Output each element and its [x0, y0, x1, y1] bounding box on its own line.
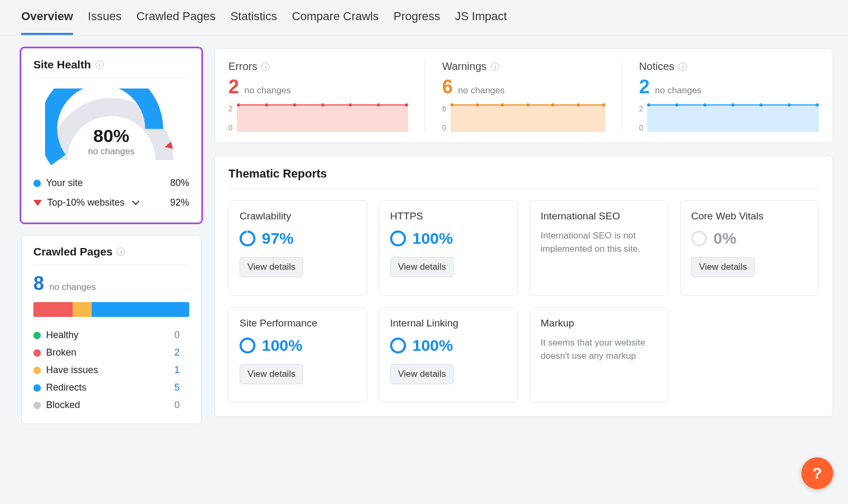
- report-note: International SEO is not implemented on …: [541, 229, 657, 255]
- axis-label: 0: [442, 123, 446, 132]
- svg-point-10: [391, 339, 405, 352]
- crawled-row-label: Blocked: [46, 400, 80, 411]
- report-pct-row: 97%: [240, 229, 356, 247]
- info-icon[interactable]: i: [117, 247, 125, 256]
- report-percent: 100%: [412, 229, 453, 247]
- report-title: Core Web Vitals: [691, 210, 808, 222]
- tab-statistics[interactable]: Statistics: [231, 10, 277, 35]
- view-details-button[interactable]: View details: [240, 257, 303, 277]
- report-note: It seems that your website doesn't use a…: [541, 337, 657, 362]
- crawled-pages-card: Crawled Pages i 8 no changes Healthy0Bro…: [21, 235, 201, 424]
- tab-compare-crawls[interactable]: Compare Crawls: [292, 10, 379, 35]
- info-icon[interactable]: i: [95, 60, 104, 69]
- dot-icon: [33, 180, 41, 187]
- crawled-row-value[interactable]: 2: [174, 347, 189, 358]
- tab-issues[interactable]: Issues: [88, 10, 122, 35]
- site-health-gauge: 80% no changes: [45, 89, 178, 168]
- crawled-row-label: Healthy: [46, 330, 78, 341]
- view-details-button[interactable]: View details: [390, 364, 454, 384]
- info-icon[interactable]: i: [678, 63, 687, 71]
- tab-crawled-pages[interactable]: Crawled Pages: [136, 10, 215, 35]
- view-details-button[interactable]: View details: [240, 364, 303, 384]
- report-title: Crawlability: [240, 210, 356, 222]
- svg-point-2: [241, 232, 254, 245]
- axis-label: 0: [639, 123, 643, 132]
- crawled-row-value[interactable]: 5: [174, 382, 189, 393]
- crawled-row-value: 0: [174, 330, 189, 341]
- crawled-row-value[interactable]: 1: [174, 365, 189, 376]
- crawled-row[interactable]: Broken2: [33, 344, 189, 361]
- bar-segment: [92, 302, 189, 317]
- dot-icon: [33, 367, 41, 374]
- crawled-row-label: Have issues: [46, 365, 98, 376]
- metric-sub: no changes: [458, 85, 505, 96]
- crawled-pages-bar: [33, 302, 189, 317]
- crawled-row-label: Redirects: [46, 382, 86, 393]
- crawled-row[interactable]: Have issues1: [33, 361, 189, 379]
- view-details-button[interactable]: View details: [691, 257, 755, 277]
- metrics-card: Errorsi 2no changes 20 Warningsi 6no cha…: [214, 48, 833, 143]
- tab-js-impact[interactable]: JS Impact: [455, 10, 507, 35]
- legend-label: Top-10% websites: [47, 197, 125, 208]
- info-icon[interactable]: i: [491, 63, 499, 71]
- report-title: International SEO: [541, 210, 657, 222]
- chevron-down-icon: [132, 197, 139, 205]
- svg-point-4: [391, 232, 405, 245]
- crawled-pages-sub: no changes: [49, 282, 96, 293]
- dot-icon: [33, 384, 41, 392]
- crawled-pages-total[interactable]: 8: [33, 272, 44, 295]
- tab-progress[interactable]: Progress: [393, 10, 440, 35]
- report-core-web-vitals: Core Web Vitals0%View details: [680, 200, 819, 296]
- report-pct-row: 100%: [390, 229, 507, 247]
- sparkline: [450, 104, 605, 132]
- site-health-card: Site Health i 80% no changes: [21, 48, 201, 223]
- report-international-seo: International SEOInternational SEO is no…: [529, 200, 668, 296]
- report-percent: 0%: [713, 229, 736, 247]
- metric-value[interactable]: 2: [639, 76, 650, 98]
- axis-label: 0: [228, 123, 233, 132]
- metric-value[interactable]: 2: [228, 76, 239, 98]
- site-health-percent: 80%: [45, 126, 178, 146]
- bar-segment: [73, 302, 92, 317]
- report-pct-row: 100%: [240, 337, 356, 355]
- triangle-down-icon: [33, 200, 42, 206]
- crawled-row-value: 0: [174, 400, 189, 411]
- tab-overview[interactable]: Overview: [21, 10, 73, 35]
- dot-icon: [33, 349, 41, 357]
- metric-warnings: Warningsi 6no changes 60: [425, 60, 622, 132]
- sparkline: [647, 104, 819, 132]
- crawled-row[interactable]: Blocked0: [33, 396, 189, 414]
- dot-icon: [33, 332, 41, 339]
- crawled-row[interactable]: Redirects5: [33, 379, 189, 396]
- svg-point-5: [692, 232, 706, 245]
- report-pct-row: 0%: [691, 229, 808, 247]
- metric-title[interactable]: Notices: [639, 60, 675, 73]
- metric-title[interactable]: Warnings: [442, 60, 487, 73]
- axis-label: 2: [639, 104, 643, 113]
- metric-title[interactable]: Errors: [228, 60, 257, 73]
- legend-label: Your site: [46, 178, 83, 189]
- report-title: Markup: [541, 317, 657, 329]
- crawled-row[interactable]: Healthy0: [33, 326, 189, 344]
- report-percent: 100%: [262, 337, 303, 355]
- tabs: OverviewIssuesCrawled PagesStatisticsCom…: [0, 0, 848, 36]
- metric-value[interactable]: 6: [442, 76, 453, 98]
- legend-your-site: Your site 80%: [33, 173, 189, 193]
- axis-label: 6: [442, 104, 446, 113]
- report-percent: 100%: [412, 337, 453, 355]
- legend-value: 80%: [170, 178, 189, 189]
- view-details-button[interactable]: View details: [390, 257, 454, 277]
- dot-icon: [33, 402, 41, 409]
- info-icon[interactable]: i: [261, 63, 270, 71]
- legend-top10[interactable]: Top-10% websites 92%: [33, 193, 189, 213]
- report-markup: MarkupIt seems that your website doesn't…: [529, 307, 668, 403]
- bar-segment: [33, 302, 73, 317]
- report-https: HTTPS100%View details: [379, 200, 518, 296]
- axis-label: 2: [228, 104, 233, 113]
- crawled-pages-title: Crawled Pages: [33, 245, 112, 258]
- report-title: Site Performance: [240, 317, 356, 329]
- crawled-row-label: Broken: [46, 347, 76, 358]
- metric-notices: Noticesi 2no changes 20: [622, 60, 819, 132]
- report-percent: 97%: [262, 229, 294, 247]
- legend-value: 92%: [170, 197, 189, 208]
